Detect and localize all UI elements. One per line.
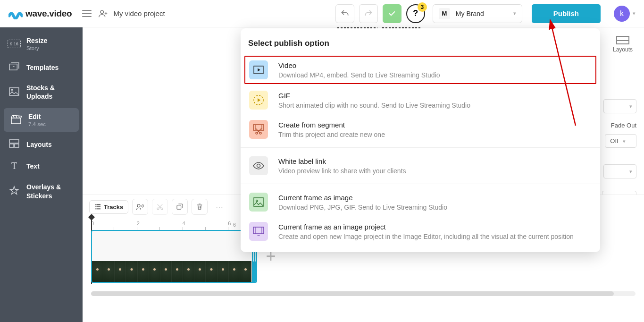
menu-icon[interactable] [82, 10, 92, 17]
scrollbar-thumb[interactable] [91, 291, 614, 296]
help-button[interactable]: ? 3 [406, 4, 425, 23]
chevron-down-icon: ▾ [629, 169, 632, 175]
fade-out-label: Fade Out [611, 122, 636, 129]
publish-option-gif[interactable]: GIFShort animated clip with no sound. Se… [241, 86, 600, 114]
ruler-tick: 2 [137, 220, 159, 226]
chevron-down-icon: ▾ [629, 103, 632, 110]
redo-button[interactable] [359, 4, 378, 23]
text-icon: T [8, 161, 21, 171]
layouts-icon [8, 139, 21, 149]
publish-popover: Select publish option VideoDownload MP4,… [241, 28, 600, 252]
ruler-tick: 4 [183, 220, 205, 226]
sidebar-item-label: Stocks & Uploads [26, 84, 75, 101]
sidebar: 9:16 ResizeStory Templates Stocks & Uplo… [0, 27, 83, 322]
svg-point-7 [137, 204, 140, 207]
cut-button[interactable] [152, 199, 168, 215]
sidebar-item-label: Templates [26, 64, 59, 71]
gif-icon [249, 91, 268, 110]
user-avatar[interactable]: k [614, 6, 630, 22]
sidebar-item-label: Layouts [26, 141, 52, 148]
svg-rect-19 [253, 227, 264, 234]
svg-point-14 [256, 132, 258, 134]
sidebar-item-text[interactable]: T Text [0, 155, 83, 177]
publish-option-frame-image[interactable]: Current frame as imageDownload PNG, JPG,… [241, 188, 600, 216]
option-title: Current frame as an image project [278, 223, 574, 231]
sidebar-item-templates[interactable]: Templates [0, 57, 83, 78]
option-desc: Download MP4, embed. Send to Live Stream… [278, 71, 440, 79]
video-clip[interactable] [91, 230, 257, 283]
svg-rect-13 [253, 125, 264, 130]
delete-button[interactable] [192, 199, 208, 215]
sidebar-item-label: Overlays & Stickers [26, 183, 75, 200]
option-desc: Download PNG, JPG, GIF. Send to Live Str… [278, 203, 447, 211]
sidebar-item-label: Edit [28, 113, 46, 120]
svg-point-18 [256, 200, 258, 202]
brand-avatar: M [439, 8, 450, 19]
image-project-icon [249, 222, 268, 241]
svg-point-0 [100, 10, 103, 13]
undo-button[interactable] [335, 4, 354, 23]
wave-logo-icon [8, 8, 23, 19]
more-button[interactable]: ⋯ [211, 199, 227, 215]
svg-rect-6 [15, 144, 19, 147]
sidebar-item-resize[interactable]: 9:16 ResizeStory [0, 31, 83, 57]
save-status-button[interactable] [383, 4, 401, 23]
resize-icon: 9:16 [8, 40, 21, 48]
image-icon [8, 87, 21, 97]
publish-option-whitelabel[interactable]: White label linkVideo preview link to sh… [241, 152, 600, 180]
svg-point-16 [257, 164, 260, 168]
svg-rect-2 [9, 88, 19, 95]
header: wave.video My video project ? 3 M My Bra… [0, 0, 644, 27]
option-title: Create from segment [278, 121, 385, 129]
option-desc: Short animated clip with no sound. Send … [278, 102, 470, 109]
fade-out-select[interactable]: Off ▾ [605, 134, 636, 148]
sidebar-item-sublabel: 7.4 sec [28, 121, 46, 127]
publish-option-segment[interactable]: Create from segmentTrim this project and… [241, 115, 600, 144]
layouts-icon [616, 36, 629, 44]
chevron-down-icon[interactable]: ▾ [633, 10, 636, 17]
sidebar-item-edit[interactable]: Edit7.4 sec [4, 108, 79, 132]
svg-point-15 [259, 132, 261, 134]
layouts-label: Layouts [609, 46, 636, 53]
image-icon [249, 193, 268, 212]
dropdown[interactable]: ▾ [603, 164, 636, 178]
select-value: Off [610, 137, 618, 144]
separator [241, 184, 600, 184]
segment-icon [249, 120, 268, 139]
popover-title: Select publish option [241, 28, 600, 55]
logo-text: wave.video [25, 8, 72, 19]
project-name[interactable]: My video project [113, 9, 165, 17]
list-icon [94, 204, 101, 210]
sidebar-item-overlays[interactable]: Overlays & Stickers [0, 177, 83, 205]
svg-rect-5 [9, 144, 14, 147]
star-icon [8, 186, 21, 197]
brand-selector[interactable]: M My Brand ▾ [433, 4, 522, 23]
sidebar-item-stocks[interactable]: Stocks & Uploads [0, 78, 83, 106]
chevron-down-icon: ▾ [513, 10, 516, 17]
svg-rect-10 [177, 205, 181, 210]
publish-option-video[interactable]: VideoDownload MP4, embed. Send to Live S… [244, 56, 596, 84]
copy-button[interactable] [172, 199, 188, 215]
ruler-tick: 0 [91, 220, 114, 226]
help-icon: ? [413, 8, 418, 18]
option-title: GIF [278, 92, 470, 100]
voice-button[interactable] [132, 199, 148, 215]
dropdown[interactable]: ▾ [603, 99, 636, 113]
option-title: Current frame as image [278, 194, 447, 202]
add-collaborator-icon[interactable] [98, 8, 109, 19]
option-desc: Trim this project and create new one [278, 131, 385, 138]
publish-button[interactable]: Publish [532, 4, 601, 23]
notification-badge: 3 [418, 2, 427, 12]
horizontal-scrollbar[interactable] [91, 291, 636, 296]
brand-name: My Brand [456, 10, 508, 17]
logo[interactable]: wave.video [8, 8, 72, 19]
tracks-button[interactable]: Tracks [89, 200, 128, 214]
option-title: Video [278, 61, 440, 69]
video-icon [249, 60, 268, 79]
clip-thumbnails [92, 261, 251, 282]
publish-option-frame-project[interactable]: Current frame as an image projectCreate … [241, 217, 600, 246]
sidebar-item-layouts[interactable]: Layouts [0, 134, 83, 155]
tracks-label: Tracks [104, 203, 123, 211]
sidebar-item-sublabel: Story [26, 45, 47, 51]
sidebar-item-label: Text [26, 162, 40, 170]
